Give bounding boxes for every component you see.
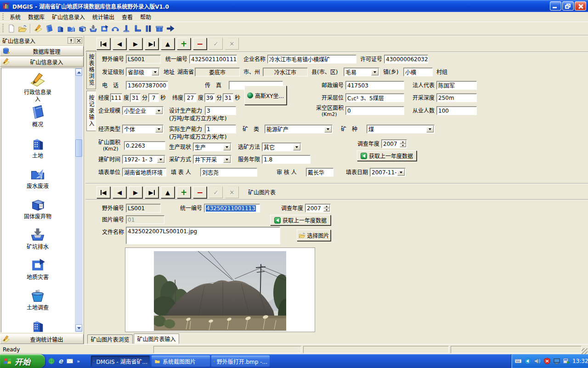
- overview-toolbar-button[interactable]: [44, 23, 55, 34]
- tab-record-input[interactable]: 按记录输入: [86, 91, 96, 131]
- enterprise-input[interactable]: 冷水江市毛易镇小横煤矿: [267, 55, 356, 63]
- volume-tray-icon[interactable]: [534, 357, 541, 365]
- sidebar-item-wastewater[interactable]: 废水废液: [1, 166, 74, 190]
- choose-picture-button[interactable]: 选择图片: [297, 230, 331, 241]
- close-button[interactable]: [575, 1, 586, 11]
- taskbar-task-folder[interactable]: 系统截图图片: [152, 356, 210, 367]
- restore-button[interactable]: [562, 1, 574, 11]
- updater-tray-icon[interactable]: [563, 357, 570, 365]
- sidebar-group-database[interactable]: 数据库管理: [0, 46, 84, 56]
- dropdown-icon[interactable]: [155, 107, 163, 114]
- pit-drainage-toolbar-button[interactable]: [88, 23, 99, 34]
- solid-waste-toolbar-button[interactable]: [77, 23, 88, 34]
- dropdown-icon[interactable]: [157, 156, 164, 163]
- filler-input[interactable]: 刘志尧: [200, 168, 257, 177]
- design-cap-input[interactable]: 3: [205, 106, 236, 115]
- scroll-down-icon[interactable]: [75, 324, 82, 332]
- sidebar-item-partial[interactable]: [1, 317, 74, 333]
- filename-input[interactable]: 4325022007LS00101.jpg: [126, 227, 280, 244]
- dropdown-icon[interactable]: [293, 144, 300, 150]
- spinner-icons[interactable]: [400, 140, 406, 147]
- depth-input[interactable]: 250m: [436, 93, 477, 102]
- gauss-xy-button[interactable]: 高斯XY坐...: [244, 86, 287, 105]
- nav1-last-button[interactable]: ▶: [145, 38, 158, 50]
- ruler-toolbar-button[interactable]: [132, 23, 143, 34]
- internet-explorer-icon[interactable]: e: [58, 357, 63, 365]
- dropdown-icon[interactable]: [324, 126, 332, 132]
- land-toolbar-button[interactable]: [55, 23, 66, 34]
- sidebar-item-land[interactable]: 土地: [1, 135, 74, 160]
- mining-method-combo[interactable]: 井下开采: [193, 155, 232, 164]
- town-input[interactable]: 小横: [403, 68, 433, 76]
- dropdown-icon[interactable]: [155, 126, 163, 132]
- ore-kind-combo[interactable]: 煤: [367, 125, 435, 133]
- mail-icon[interactable]: [66, 357, 74, 365]
- sidebar-item-pit-drainage[interactable]: 矿坑排水: [1, 226, 74, 251]
- nav1-next-button[interactable]: ▶: [129, 38, 142, 50]
- open-file-button[interactable]: [17, 23, 28, 34]
- longitude-sec-input[interactable]: 7: [148, 93, 159, 102]
- layer-input[interactable]: C₁c¹ 3、5煤层: [345, 93, 404, 102]
- taskbar-task-dmgis[interactable]: DMGIS - 湖南省矿...: [91, 356, 150, 367]
- menu-database[interactable]: 数据库: [24, 12, 48, 22]
- survey-year-spinner[interactable]: 2007: [381, 139, 407, 148]
- latitude-deg-input[interactable]: 27: [184, 93, 197, 102]
- field-no-input[interactable]: LS001: [126, 55, 161, 63]
- sidebar-item-land-survey[interactable]: 土地调查: [1, 287, 74, 311]
- dropdown-icon[interactable]: [223, 144, 231, 150]
- antivirus-tray-icon[interactable]: [543, 357, 551, 365]
- menu-statistics-output[interactable]: 统计输出: [89, 12, 118, 22]
- sidebar-item-overview[interactable]: 概况: [1, 104, 74, 128]
- ore-class-combo[interactable]: 能源矿产: [265, 125, 333, 133]
- scroll-up-icon[interactable]: [75, 69, 82, 76]
- sidebar-group-mine-entry[interactable]: 矿山信息录入: [0, 57, 84, 67]
- sidebar-item-admin-entry[interactable]: 行政信息录入: [1, 72, 74, 103]
- dropdown-icon[interactable]: [152, 69, 159, 75]
- export-toolbar-button[interactable]: [165, 23, 176, 34]
- build-time-combo[interactable]: 1972- 1- 3: [122, 155, 165, 164]
- package-toolbar-button[interactable]: [154, 23, 165, 34]
- dropdown-icon[interactable]: [223, 156, 231, 163]
- longitude-min-input[interactable]: 31: [130, 93, 141, 102]
- phone-input[interactable]: 13607387000: [126, 81, 168, 90]
- pin-icon[interactable]: [68, 37, 74, 44]
- sidebar-item-geo-hazard[interactable]: 地质灾害: [1, 257, 74, 281]
- economy-combo[interactable]: 个体: [122, 125, 164, 133]
- land-survey-toolbar-button[interactable]: [110, 23, 121, 34]
- pic-field-no-input[interactable]: LS001: [126, 204, 161, 213]
- scale-combo[interactable]: 小型企业: [122, 106, 164, 115]
- wastewater-toolbar-button[interactable]: [66, 23, 77, 34]
- quick-launch-overflow-icon[interactable]: »: [77, 358, 80, 364]
- latitude-min-input[interactable]: 39: [204, 93, 215, 102]
- area-input[interactable]: 0.2263: [124, 141, 165, 150]
- auditor-input[interactable]: 戴长华: [306, 168, 334, 177]
- actual-cap-input[interactable]: 1: [205, 125, 236, 133]
- new-file-button[interactable]: [6, 23, 17, 34]
- tab-picture-input[interactable]: 矿山图片表输入: [134, 334, 179, 344]
- nav2-add-button[interactable]: +: [177, 186, 191, 198]
- unified-no-input[interactable]: 43250211001113: [189, 55, 237, 63]
- start-button[interactable]: 开始: [0, 354, 45, 368]
- dropdown-icon[interactable]: [397, 169, 405, 176]
- sidebar-item-solid-waste[interactable]: 固体废弃物: [1, 196, 74, 220]
- latitude-sec-input[interactable]: 31: [223, 93, 233, 102]
- goaf-input[interactable]: 0: [345, 106, 404, 115]
- taskbar-task-bmp[interactable]: 野外版打开.bmp -...: [211, 356, 270, 367]
- pillar-toolbar-button[interactable]: [121, 23, 132, 34]
- dropdown-icon[interactable]: [371, 69, 379, 75]
- tab-table-browse[interactable]: 按表格浏览: [86, 51, 96, 89]
- nav1-delete-button[interactable]: −: [193, 38, 207, 50]
- nav1-first-button[interactable]: ◀: [96, 38, 110, 50]
- minimize-button[interactable]: [550, 1, 561, 11]
- nav2-last-button[interactable]: ▶: [145, 186, 158, 198]
- pic-fetch-prev-year-button[interactable]: 获取上一年度数据: [270, 215, 331, 225]
- clock[interactable]: 13:32: [572, 358, 588, 364]
- nav2-first-button[interactable]: ◀: [96, 186, 110, 198]
- language-tray-icon[interactable]: [524, 357, 531, 365]
- pic-survey-year-spinner[interactable]: 2007: [305, 204, 331, 213]
- employees-input[interactable]: 100: [436, 106, 477, 115]
- nav1-add-button[interactable]: +: [177, 38, 191, 50]
- license-input[interactable]: 4300000620321: [384, 55, 428, 63]
- geo-hazard-toolbar-button[interactable]: [99, 23, 110, 34]
- nav2-top-button[interactable]: ▲: [161, 186, 175, 198]
